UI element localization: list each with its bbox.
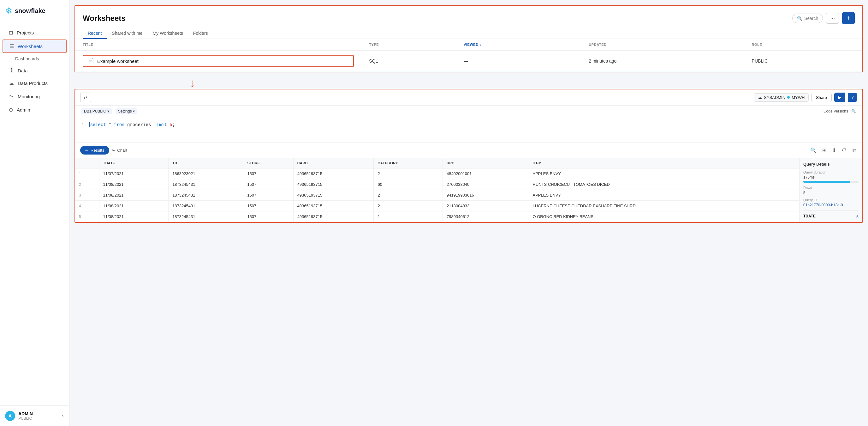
search-results-button[interactable]: 🔍 (809, 146, 818, 154)
worksheet-viewed: — (456, 51, 581, 72)
chart-icon: ∿ (112, 148, 115, 153)
footer-role: PUBLIC (18, 416, 58, 421)
results-tab-button[interactable]: ↩ Results (80, 146, 109, 154)
cell-category: 2 (374, 190, 443, 201)
sidebar-item-monitoring[interactable]: 〜 Monitoring (2, 90, 67, 103)
col-upc[interactable]: UPC (443, 158, 529, 168)
query-duration-value: 175ms (803, 175, 859, 179)
sysadmin-label: SYSADMIN (764, 95, 785, 100)
chart-tab-button[interactable]: ∿ Chart (112, 148, 127, 153)
sidebar-item-worksheets[interactable]: ☰ Worksheets (2, 39, 67, 53)
rows-row: Rows 5 (803, 186, 859, 195)
sidebar-item-admin[interactable]: ⊙ Admin (2, 104, 67, 116)
run-icon: ▶ (838, 95, 841, 100)
worksheets-header: Worksheets 🔍 Search ··· + (75, 6, 862, 24)
code-versions-label[interactable]: Code Versions (824, 109, 848, 113)
query-history-button[interactable]: ⏱ (841, 146, 848, 154)
line-number: 1 (82, 122, 84, 127)
query-duration-row: Query duration 175ms (803, 170, 859, 183)
col-td[interactable]: TD (168, 158, 243, 168)
limit-number: 5 (170, 122, 172, 127)
chart-label: Chart (117, 148, 127, 153)
filter-button[interactable]: ⇄ (80, 93, 91, 102)
col-tdate[interactable]: TDATE (99, 158, 168, 168)
chevron-up-icon[interactable]: ∧ (61, 414, 64, 418)
sidebar-item-data-products[interactable]: ☁ Data Products (2, 77, 67, 89)
editor-meta-left: DB1.PUBLIC ▾ Settings ▾ (82, 108, 137, 114)
code-editor[interactable]: 1 select * from groceries limit 5 ; (75, 117, 862, 143)
avatar: A (5, 411, 15, 421)
sidebar-footer: A ADMIN PUBLIC ∧ (0, 405, 69, 426)
tdate-row: TDATE A (803, 210, 859, 218)
status-dot (787, 96, 790, 98)
settings-chevron-icon: ▾ (133, 109, 135, 113)
sidebar-item-dashboards[interactable]: Dashboards (0, 54, 69, 64)
table-row: 1 11/07/2021 1863923021 1507 49365193715… (75, 168, 799, 179)
col-item[interactable]: ITEM (529, 158, 799, 168)
query-duration-label: Query duration (803, 170, 859, 174)
results-icon: ↩ (85, 148, 89, 153)
share-button[interactable]: Share (811, 93, 832, 102)
cell-store: 1507 (243, 211, 293, 222)
toolbar-left: ⇄ (80, 93, 91, 102)
query-id-value[interactable]: 01b21770-0000-b13d-0... (803, 203, 859, 207)
query-details-panel: Query Details ··· Query duration 175ms R… (799, 158, 862, 222)
more-options-button[interactable]: ··· (826, 12, 839, 24)
worksheets-title: Worksheets (83, 14, 126, 23)
tab-shared[interactable]: Shared with me (107, 28, 147, 39)
col-updated: UPDATED (581, 39, 744, 51)
db-pill[interactable]: DB1.PUBLIC ▾ (82, 108, 112, 114)
logo: ❄ snowflake (0, 0, 69, 22)
results-table-wrap: TDATE TD STORE CARD CATEGORY UPC ITEM 1 … (75, 158, 862, 222)
col-store[interactable]: STORE (243, 158, 293, 168)
admin-icon: ⊙ (9, 107, 13, 113)
table-row: 3 11/08/2021 1873245431 1507 49365193715… (75, 190, 799, 201)
cell-card: 49365193715 (293, 211, 374, 222)
brand-name: snowflake (15, 7, 45, 15)
code-versions-right: Code Versions 🔍 (824, 109, 856, 113)
footer-username: ADMIN (18, 411, 58, 416)
run-chevron-button[interactable]: ∨ (848, 93, 857, 102)
worksheets-icon: ☰ (9, 43, 14, 49)
cell-category: 60 (374, 179, 443, 190)
download-button[interactable]: ⬇ (831, 146, 837, 154)
cell-item: HUNTS CHOICECUT TOMATOES DICED (529, 179, 799, 190)
worksheets-table-container: TITLE TYPE VIEWED ↓ UPDATED ROLE 📄 (75, 39, 862, 72)
rows-value: 5 (803, 191, 859, 195)
run-button[interactable]: ▶ (834, 93, 845, 102)
col-card[interactable]: CARD (293, 158, 374, 168)
code-versions-search-icon[interactable]: 🔍 (851, 109, 856, 113)
search-icon: 🔍 (797, 16, 802, 21)
tdate-value[interactable]: A (856, 214, 859, 218)
results-tabs-left: ↩ Results ∿ Chart (80, 146, 127, 154)
table-row[interactable]: 📄 Example worksheet SQL — 2 minutes ago … (75, 51, 862, 72)
cell-category: 2 (374, 168, 443, 179)
worksheet-updated: 2 minutes ago (581, 51, 744, 72)
tab-folders[interactable]: Folders (188, 28, 213, 39)
cell-store: 1507 (243, 179, 293, 190)
columns-button[interactable]: ⊞ (821, 146, 828, 154)
query-details-header: Query Details ··· (803, 162, 859, 167)
sidebar-item-projects[interactable]: ⊡ Projects (2, 27, 67, 39)
split-view-button[interactable]: ⧉ (851, 146, 857, 154)
cell-tdate: 11/08/2021 (99, 211, 168, 222)
query-details-dots[interactable]: ··· (856, 162, 859, 167)
sysadmin-badge: ☁ SYSADMIN MYWH (754, 93, 809, 102)
tab-my-worksheets[interactable]: My Worksheets (148, 28, 188, 39)
settings-pill[interactable]: Settings ▾ (116, 108, 137, 114)
dashboards-label: Dashboards (15, 56, 39, 61)
col-category[interactable]: CATEGORY (374, 158, 443, 168)
add-worksheet-button[interactable]: + (842, 12, 855, 24)
code-line-1: 1 select * from groceries limit 5 ; (82, 122, 856, 127)
search-box[interactable]: 🔍 Search (792, 13, 823, 23)
sidebar-item-data[interactable]: 🗄 Data (2, 64, 67, 77)
cell-card: 49365193715 (293, 168, 374, 179)
cell-tdate: 11/08/2021 (99, 201, 168, 211)
keyword-from: from (114, 122, 125, 127)
col-viewed[interactable]: VIEWED ↓ (456, 39, 581, 51)
col-role: ROLE (744, 39, 862, 51)
tdate-label: TDATE (803, 214, 816, 218)
worksheets-panel: Worksheets 🔍 Search ··· + Recent Shared … (74, 5, 863, 73)
tab-recent[interactable]: Recent (83, 28, 107, 39)
results-action-icons: 🔍 ⊞ ⬇ ⏱ ⧉ (809, 146, 857, 154)
